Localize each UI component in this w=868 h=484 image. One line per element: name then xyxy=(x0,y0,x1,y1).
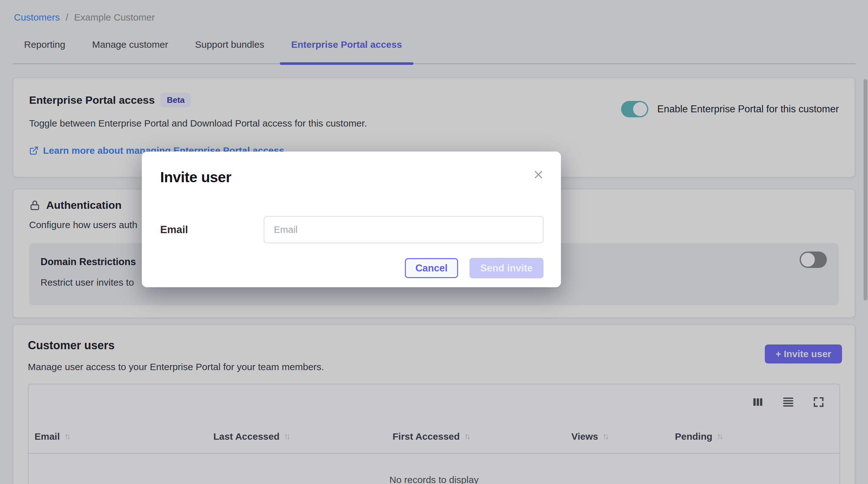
email-field[interactable] xyxy=(264,216,544,243)
modal-actions: Cancel Send invite xyxy=(160,258,544,279)
close-icon[interactable] xyxy=(532,168,545,181)
email-label: Email xyxy=(160,224,264,236)
modal-title: Invite user xyxy=(160,169,544,186)
send-invite-button[interactable]: Send invite xyxy=(469,258,544,279)
cancel-button[interactable]: Cancel xyxy=(405,258,458,278)
invite-form-row: Email xyxy=(160,216,544,243)
invite-user-modal: Invite user Email Cancel Send invite xyxy=(142,152,561,287)
